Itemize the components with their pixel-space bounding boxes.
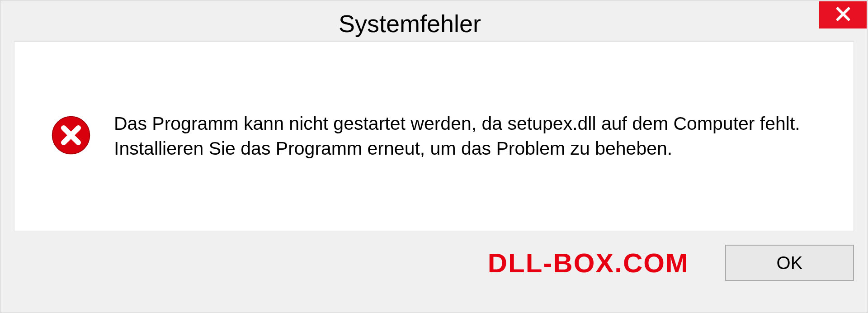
content-area: Das Programm kann nicht gestartet werden… (14, 41, 854, 231)
ok-button-label: OK (777, 253, 803, 273)
dialog-title: Systemfehler (0, 7, 819, 38)
watermark-text: DLL-BOX.COM (488, 247, 689, 279)
footer: DLL-BOX.COM OK (0, 231, 868, 281)
close-icon (835, 6, 851, 24)
error-message: Das Programm kann nicht gestartet werden… (114, 111, 817, 161)
titlebar: Systemfehler (0, 0, 868, 41)
error-dialog: Systemfehler Das Programm kann nicht ges… (0, 0, 868, 313)
error-icon (51, 115, 91, 157)
ok-button[interactable]: OK (725, 245, 854, 281)
close-button[interactable] (819, 1, 867, 28)
